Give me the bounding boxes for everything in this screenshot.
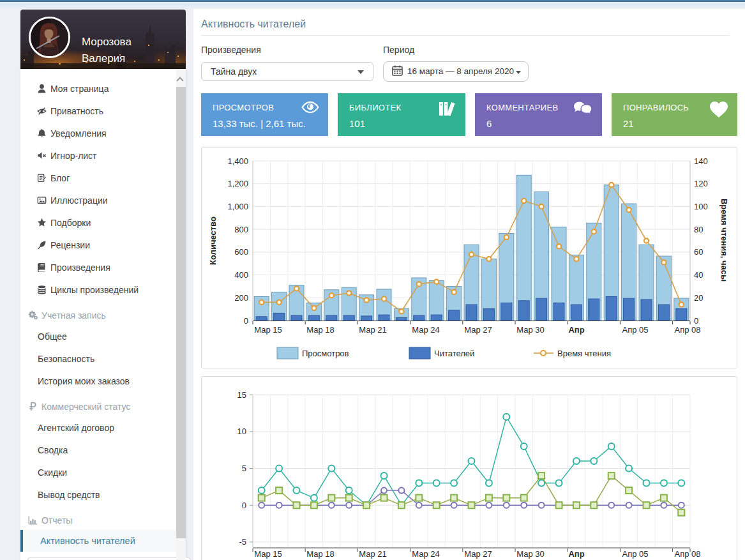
svg-text:-5: -5 (239, 537, 246, 547)
svg-text:Мар 15: Мар 15 (254, 549, 282, 559)
svg-text:Время чтения: Время чтения (557, 349, 611, 358)
svg-text:100: 100 (694, 202, 708, 211)
svg-text:Апр: Апр (568, 325, 584, 335)
svg-text:Мар 21: Мар 21 (359, 325, 387, 335)
svg-text:400: 400 (234, 270, 248, 280)
svg-text:Мар 24: Мар 24 (412, 325, 440, 335)
svg-text:Апр 05: Апр 05 (622, 549, 648, 559)
svg-text:Апр: Апр (568, 549, 584, 559)
svg-text:Мар 21: Мар 21 (359, 549, 387, 559)
svg-text:1,400: 1,400 (227, 156, 248, 166)
svg-text:Мар 18: Мар 18 (306, 549, 335, 559)
svg-text:Количество: Количество (208, 216, 218, 265)
svg-text:Мар 27: Мар 27 (464, 549, 492, 559)
svg-text:Мар 30: Мар 30 (516, 325, 545, 335)
svg-text:200: 200 (234, 293, 248, 303)
svg-text:Мар 30: Мар 30 (516, 549, 545, 559)
svg-text:Мар 24: Мар 24 (412, 549, 440, 559)
svg-text:Мар 15: Мар 15 (254, 325, 282, 335)
svg-text:Апр 08: Апр 08 (674, 549, 700, 559)
svg-text:120: 120 (694, 179, 708, 188)
svg-text:Апр 05: Апр 05 (622, 325, 648, 335)
svg-text:1,000: 1,000 (227, 202, 248, 211)
svg-text:0: 0 (242, 501, 246, 510)
svg-text:600: 600 (234, 247, 248, 257)
svg-text:Время чтения, часы: Время чтения, часы (719, 199, 729, 282)
svg-text:Апр 08: Апр 08 (674, 325, 700, 335)
svg-text:80: 80 (694, 225, 703, 234)
svg-text:1,200: 1,200 (227, 179, 248, 188)
svg-text:140: 140 (694, 156, 708, 166)
svg-text:10: 10 (237, 427, 246, 436)
svg-text:15: 15 (237, 390, 246, 400)
svg-text:800: 800 (234, 225, 248, 234)
svg-text:Мар 18: Мар 18 (306, 325, 335, 335)
svg-text:5: 5 (242, 464, 246, 473)
svg-text:0: 0 (694, 316, 698, 326)
svg-text:Просмотров: Просмотров (302, 349, 349, 358)
svg-text:0: 0 (244, 316, 248, 326)
svg-text:60: 60 (694, 247, 703, 257)
svg-text:Мар 27: Мар 27 (464, 325, 492, 335)
svg-text:40: 40 (694, 270, 703, 280)
svg-text:20: 20 (694, 293, 703, 303)
svg-text:Читателей: Читателей (434, 349, 474, 358)
